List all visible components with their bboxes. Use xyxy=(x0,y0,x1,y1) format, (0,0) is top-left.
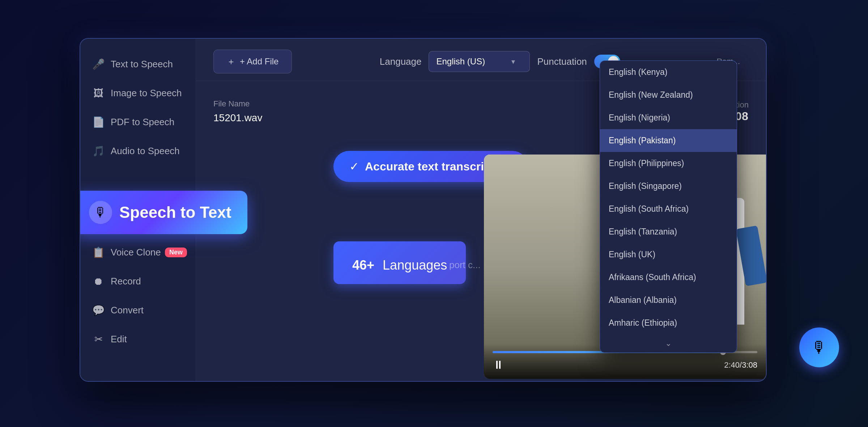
audio-icon: 🎵 xyxy=(92,144,105,157)
dropdown-item-english-tanzania[interactable]: English (Tanzania) xyxy=(600,220,737,243)
edit-icon: ✂ xyxy=(92,333,105,346)
dropdown-item-english-singapore[interactable]: English (Singapore) xyxy=(600,175,737,198)
add-file-label: + Add File xyxy=(240,56,278,67)
controls-row: ⏸ 2:40/3:08 xyxy=(493,358,757,372)
add-file-icon: ＋ xyxy=(227,56,235,67)
sidebar-item-voice-clone[interactable]: 📋 Voice Clone New xyxy=(80,238,196,267)
new-badge: New xyxy=(165,248,187,257)
scene-wrapper: 🎤 Text to Speech 🖼 Image to Speech 📄 PDF… xyxy=(36,24,832,403)
sidebar-label-text-to-speech: Text to Speech xyxy=(111,59,173,70)
add-file-button[interactable]: ＋ + Add File xyxy=(213,50,292,73)
convert-icon: 💬 xyxy=(92,304,105,317)
dropdown-item-amharic[interactable]: Amharic (Ethiopia) xyxy=(600,312,737,334)
dropdown-item-albanian[interactable]: Albanian (Albania) xyxy=(600,289,737,312)
language-dropdown: English (Kenya) English (New Zealand) En… xyxy=(600,60,737,353)
file-details: File Name 15201.wav xyxy=(213,99,655,124)
file-name-value: 15201.wav xyxy=(213,112,655,124)
sidebar-label-edit: Edit xyxy=(111,334,127,345)
dropdown-item-english-kenya[interactable]: English (Kenya) xyxy=(600,61,737,84)
dropdown-chevron-icon[interactable]: ⌄ xyxy=(600,334,737,352)
sidebar-item-convert[interactable]: 💬 Convert xyxy=(80,296,196,325)
punctuation-label: Punctuation xyxy=(537,56,587,67)
sidebar-item-image-to-speech[interactable]: 🖼 Image to Speech xyxy=(80,79,196,107)
check-icon: ✓ xyxy=(349,160,359,173)
dropdown-item-english-uk[interactable]: English (UK) xyxy=(600,243,737,266)
stt-highlight-icon: 🎙 xyxy=(89,201,112,224)
dropdown-item-afrikaans[interactable]: Afrikaans (South Africa) xyxy=(600,266,737,289)
sidebar-label-convert: Convert xyxy=(111,305,144,316)
image-icon: 🖼 xyxy=(92,86,105,100)
pdf-icon: 📄 xyxy=(92,115,105,128)
dropdown-item-english-south-africa[interactable]: English (South Africa) xyxy=(600,198,737,220)
file-name-label: File Name xyxy=(213,99,655,109)
languages-label: Languages xyxy=(383,258,447,272)
speech-to-text-highlight[interactable]: 🎙 Speech to Text xyxy=(80,191,247,234)
stt-app-badge: 🎙 xyxy=(799,327,839,367)
language-select[interactable]: English (US) ▾ xyxy=(429,51,530,72)
mic-icon: 🎤 xyxy=(92,58,105,71)
pause-button[interactable]: ⏸ xyxy=(493,358,504,372)
language-value: English (US) xyxy=(436,56,485,67)
sidebar-label-record: Record xyxy=(111,276,141,287)
languages-count: 46+ Languages xyxy=(352,252,447,274)
language-label: Language xyxy=(380,56,422,67)
sidebar-label-audio-to-speech: Audio to Speech xyxy=(111,145,180,157)
main-content: ＋ + Add File Language English (US) ▾ Pun… xyxy=(196,39,766,381)
sidebar-item-pdf-to-speech[interactable]: 📄 PDF to Speech xyxy=(80,107,196,136)
dropdown-item-english-nigeria[interactable]: English (Nigeria) xyxy=(600,106,737,129)
sidebar-item-text-to-speech[interactable]: 🎤 Text to Speech xyxy=(80,50,196,79)
sidebar-item-record[interactable]: ⏺ Record xyxy=(80,267,196,296)
app-window: 🎤 Text to Speech 🖼 Image to Speech 📄 PDF… xyxy=(80,38,767,382)
languages-badge: 46+ Languages xyxy=(333,241,466,284)
sidebar-item-audio-to-speech[interactable]: 🎵 Audio to Speech xyxy=(80,136,196,165)
dropdown-item-english-nz[interactable]: English (New Zealand) xyxy=(600,84,737,106)
chevron-down-icon: ▾ xyxy=(511,57,515,66)
record-icon: ⏺ xyxy=(92,275,105,288)
dropdown-item-english-philippines[interactable]: English (Philippines) xyxy=(600,152,737,175)
sidebar-label-pdf-to-speech: PDF to Speech xyxy=(111,117,174,128)
stt-highlight-label: Speech to Text xyxy=(119,203,231,221)
sidebar-item-edit[interactable]: ✂ Edit xyxy=(80,325,196,354)
sidebar-label-voice-clone: Voice Clone xyxy=(111,247,161,258)
time-display: 2:40/3:08 xyxy=(724,360,757,370)
dropdown-item-english-pakistan[interactable]: English (Pakistan) xyxy=(600,129,737,152)
voice-clone-icon: 📋 xyxy=(92,246,105,259)
export-text: port c... xyxy=(449,259,481,271)
sidebar-label-image-to-speech: Image to Speech xyxy=(111,88,182,99)
